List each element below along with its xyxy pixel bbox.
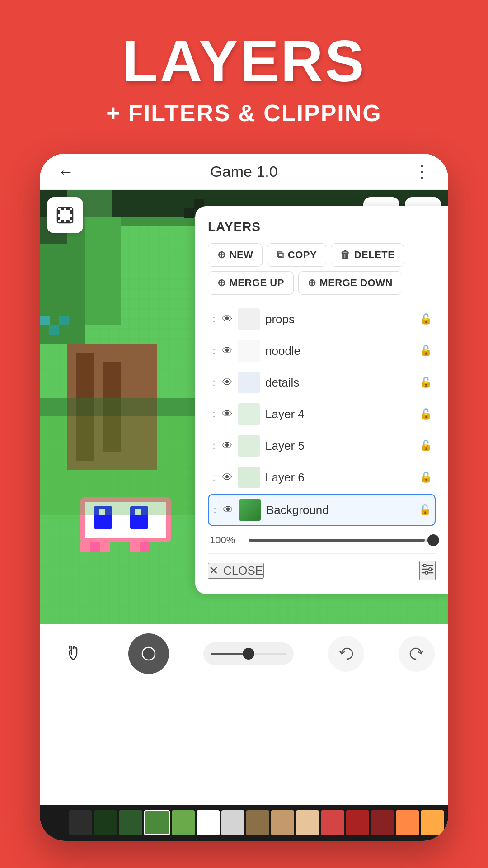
hero-title: LAYERS <box>0 27 488 95</box>
layer-name: details <box>265 376 414 390</box>
layer-move-handle[interactable]: ↕ <box>211 377 216 387</box>
new-layer-button[interactable]: ⊕ NEW <box>208 243 263 267</box>
color-swatch[interactable] <box>271 810 294 835</box>
svg-rect-32 <box>57 210 60 214</box>
layer-item[interactable]: ↕ 👁 Layer 5 🔓 <box>208 430 436 461</box>
copy-icon: ⧉ <box>277 249 284 261</box>
filter-button[interactable] <box>419 561 436 580</box>
svg-rect-34 <box>70 210 73 214</box>
layer-item[interactable]: ↕ 👁 Layer 4 🔓 <box>208 399 436 429</box>
more-options-button[interactable]: ⋮ <box>414 162 430 181</box>
layer-visibility-toggle[interactable]: 👁 <box>222 408 233 420</box>
layer-move-handle[interactable]: ↕ <box>211 346 216 356</box>
opacity-label: 100% <box>210 534 241 546</box>
layer-visibility-toggle[interactable]: 👁 <box>222 439 233 452</box>
layer-item[interactable]: ↕ 👁 details 🔓 <box>208 367 436 398</box>
brush-slider-knob[interactable] <box>243 648 254 660</box>
delete-icon: 🗑 <box>340 249 351 261</box>
svg-rect-39 <box>66 220 70 223</box>
close-x-icon: ✕ <box>209 564 219 578</box>
color-swatch[interactable] <box>197 810 220 835</box>
layer-item[interactable]: ↕ 👁 noodle 🔓 <box>208 335 436 366</box>
layer-lock-icon[interactable]: 🔓 <box>420 440 432 452</box>
layer-visibility-toggle[interactable]: 👁 <box>222 313 233 326</box>
layer-visibility-toggle[interactable]: 👁 <box>222 471 233 484</box>
color-swatch[interactable] <box>44 810 67 835</box>
hero-subtitle: + FILTERS & CLIPPING <box>0 99 488 127</box>
layer-move-handle[interactable]: ↕ <box>211 314 216 324</box>
undo-button[interactable] <box>328 636 364 672</box>
color-swatch[interactable] <box>221 810 244 835</box>
layer-move-handle[interactable]: ↕ <box>212 505 217 515</box>
layer-visibility-toggle[interactable]: 👁 <box>222 376 233 389</box>
brush-tool-button[interactable] <box>128 633 169 674</box>
merge-up-label: MERGE UP <box>230 277 284 289</box>
canvas-area[interactable]: LAYERS ⊕ NEW ⧉ COPY 🗑 DELETE <box>40 190 448 683</box>
layer-thumbnail <box>238 308 260 330</box>
svg-rect-35 <box>70 217 73 220</box>
svg-rect-38 <box>61 220 64 223</box>
svg-rect-20 <box>90 542 100 552</box>
bottom-toolbar <box>40 624 448 683</box>
brush-slider-track <box>211 653 286 655</box>
layer-item-background[interactable]: ↕ 👁 Background 🔓 <box>208 494 436 526</box>
layer-lock-icon[interactable]: 🔓 <box>420 313 432 325</box>
copy-layer-button[interactable]: ⧉ COPY <box>267 243 326 267</box>
redo-button[interactable] <box>399 636 435 672</box>
svg-rect-24 <box>40 416 198 515</box>
color-swatch[interactable] <box>69 810 92 835</box>
color-swatch[interactable] <box>296 810 319 835</box>
back-button[interactable]: ← <box>58 162 74 181</box>
phone-mockup: ← Game 1.0 ⋮ <box>40 154 448 841</box>
svg-rect-28 <box>40 316 50 326</box>
close-button[interactable]: ✕ CLOSE <box>208 563 264 579</box>
layer-thumbnail <box>239 499 261 521</box>
svg-rect-27 <box>59 316 69 326</box>
svg-rect-33 <box>57 217 60 220</box>
opacity-slider[interactable] <box>249 539 434 542</box>
color-swatch[interactable] <box>346 810 369 835</box>
color-swatch[interactable] <box>421 810 444 835</box>
document-title: Game 1.0 <box>210 163 277 180</box>
layer-item[interactable]: ↕ 👁 Layer 6 🔓 <box>208 462 436 493</box>
color-swatch[interactable] <box>172 810 195 835</box>
layer-lock-icon[interactable]: 🔓 <box>420 472 432 483</box>
color-swatch[interactable] <box>321 810 344 835</box>
color-swatch-active[interactable] <box>144 810 170 835</box>
color-swatch[interactable] <box>94 810 117 835</box>
layer-lock-icon[interactable]: 🔓 <box>419 504 431 516</box>
merge-down-button[interactable]: ⊕ MERGE DOWN <box>298 271 402 295</box>
pan-tool-button[interactable] <box>53 633 94 674</box>
opacity-knob[interactable] <box>427 534 439 546</box>
layer-item[interactable]: ↕ 👁 props 🔓 <box>208 304 436 335</box>
layer-name: props <box>265 312 414 326</box>
brush-size-slider[interactable] <box>203 642 294 665</box>
actions-row-1: ⊕ NEW ⧉ COPY 🗑 DELETE <box>208 243 436 267</box>
new-label: NEW <box>230 249 253 261</box>
merge-down-icon: ⊕ <box>308 277 316 289</box>
layer-lock-icon[interactable]: 🔓 <box>420 377 432 388</box>
layer-move-handle[interactable]: ↕ <box>211 472 216 482</box>
svg-rect-31 <box>57 208 73 223</box>
delete-layer-button[interactable]: 🗑 DELETE <box>331 243 404 267</box>
layer-move-handle[interactable]: ↕ <box>211 441 216 451</box>
color-swatch[interactable] <box>246 810 269 835</box>
color-swatch[interactable] <box>119 810 142 835</box>
layer-visibility-toggle[interactable]: 👁 <box>222 344 233 357</box>
svg-rect-36 <box>61 208 64 210</box>
layer-lock-icon[interactable]: 🔓 <box>420 408 432 420</box>
frames-button[interactable] <box>47 197 83 233</box>
color-swatch[interactable] <box>371 810 394 835</box>
layer-name: Background <box>266 503 413 517</box>
layer-visibility-toggle[interactable]: 👁 <box>223 504 234 516</box>
color-swatch[interactable] <box>396 810 419 835</box>
svg-rect-9 <box>85 217 121 326</box>
layers-scroll-area[interactable]: ↕ 👁 props 🔓 ↕ 👁 noodle 🔓 <box>208 304 436 526</box>
layer-lock-icon[interactable]: 🔓 <box>420 345 432 357</box>
phone-topbar: ← Game 1.0 ⋮ <box>40 154 448 190</box>
layer-thumbnail <box>238 372 260 393</box>
layer-move-handle[interactable]: ↕ <box>211 409 216 419</box>
merge-up-button[interactable]: ⊕ MERGE UP <box>208 271 294 295</box>
layer-list: ↕ 👁 props 🔓 ↕ 👁 noodle 🔓 <box>208 304 436 526</box>
copy-label: COPY <box>288 249 317 261</box>
